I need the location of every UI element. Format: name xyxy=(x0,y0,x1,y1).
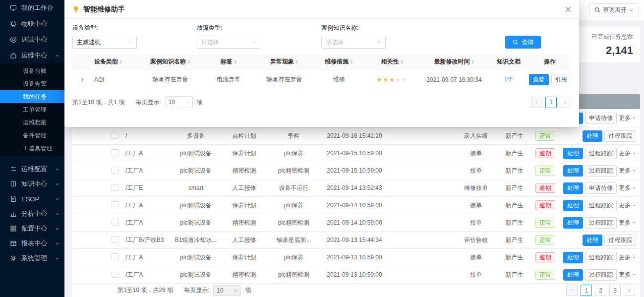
col-header-case-name[interactable]: 案例知识名称▲▼ xyxy=(139,58,201,66)
row-checkbox[interactable] xyxy=(112,201,118,208)
query-expand-button[interactable]: 查询展开 xyxy=(589,3,639,16)
row-checkbox[interactable] xyxy=(112,271,118,278)
more-dropdown[interactable]: 更多 xyxy=(619,219,636,227)
handle-button[interactable]: 处理 xyxy=(563,252,583,263)
row-checkbox[interactable] xyxy=(112,236,118,243)
handle-button[interactable]: 处理 xyxy=(563,148,583,159)
sidebar-item-report-center[interactable]: 报表中心 xyxy=(0,236,64,251)
expand-row-icon[interactable] xyxy=(80,77,85,82)
row-checkbox[interactable] xyxy=(112,219,118,226)
sidebar-subitem-my-tasks[interactable]: 我的任务 xyxy=(0,90,64,103)
handle-button[interactable]: 处理 xyxy=(563,182,583,194)
more-dropdown[interactable]: 更多 xyxy=(619,167,636,175)
close-icon[interactable] xyxy=(564,5,572,13)
filter-case-name: 案例知识名称: 请选择 xyxy=(321,24,386,49)
col-header-modified[interactable]: 最新修改时间▲▼ xyxy=(419,58,489,66)
handle-button[interactable]: 处理 xyxy=(563,200,583,211)
cell-device: plc测试设备 xyxy=(171,271,221,279)
case-name-select[interactable]: 请选择 xyxy=(321,36,386,49)
handle-button[interactable]: 处理 xyxy=(563,165,583,177)
process-track-button[interactable]: 过程跟踪 xyxy=(585,200,617,211)
process-track-button[interactable]: 过程跟踪 xyxy=(585,269,617,281)
more-dropdown[interactable]: 更多 xyxy=(619,271,636,279)
chevron-down-icon xyxy=(377,40,381,45)
cell-source: 新产生 xyxy=(498,184,530,192)
handle-button[interactable]: 处理 xyxy=(583,130,602,142)
row-checkbox[interactable] xyxy=(112,149,118,156)
sidebar-subitem-device-ledger[interactable]: 设备台账 xyxy=(0,64,64,77)
more-dropdown[interactable]: 更多 xyxy=(619,184,636,192)
search-icon xyxy=(513,39,519,45)
handle-button[interactable]: 处理 xyxy=(563,269,583,281)
col-header-abnormal[interactable]: 异常现象▲▼ xyxy=(256,58,313,66)
sidebar-item-system-management[interactable]: 系统管理 xyxy=(0,251,64,266)
apply-repair-button[interactable]: 申请待修 xyxy=(585,182,617,194)
sidebar-item-ops-config[interactable]: 运维配置 xyxy=(0,162,64,177)
per-page-select[interactable]: 10 xyxy=(165,96,193,108)
process-track-button[interactable]: 过程跟踪 xyxy=(585,148,617,159)
chevron-down-icon xyxy=(128,40,132,45)
cell-plan-type: 人工报修 xyxy=(221,236,268,244)
sidebar-item-esop[interactable]: ESOP xyxy=(0,191,64,206)
row-checkbox[interactable] xyxy=(112,132,118,139)
sidebar-item-debug-center[interactable]: 调试中心 xyxy=(0,32,64,48)
process-track-button[interactable]: 过程跟踪 xyxy=(585,165,617,177)
col-header-tag[interactable]: 标签▲▼ xyxy=(201,58,256,66)
process-track-button[interactable]: 过程跟踪 xyxy=(585,217,617,229)
row-checkbox[interactable] xyxy=(112,184,118,191)
sidebar-subitem-work-orders[interactable]: 工单管理 xyxy=(0,103,64,116)
cell-content: plc保养 xyxy=(268,253,320,262)
next-page-button[interactable] xyxy=(560,97,571,108)
cell-device: plc测试设备 xyxy=(171,219,221,227)
sidebar-item-workbench[interactable]: 我的工作台 xyxy=(0,0,64,16)
process-track-button[interactable]: 过程跟踪 xyxy=(604,130,636,142)
prev-page-button[interactable] xyxy=(531,97,542,108)
sidebar-item-analysis-center[interactable]: 分析中心 xyxy=(0,206,64,221)
prev-page-button[interactable] xyxy=(566,285,578,296)
more-dropdown[interactable]: 更多 xyxy=(619,149,636,158)
fault-type-select[interactable]: 请选择 xyxy=(197,36,261,49)
next-page-button[interactable] xyxy=(624,285,635,296)
handle-button[interactable]: 处理 xyxy=(583,235,602,246)
page-button-2[interactable]: 2 xyxy=(595,285,606,296)
col-header-measure[interactable]: 维修措施▲▼ xyxy=(313,58,365,66)
col-header-relevance[interactable]: 相关性▲▼ xyxy=(365,58,419,66)
sidebar-subitem-tools[interactable]: 工器具管理 xyxy=(0,142,64,155)
more-dropdown[interactable]: 更多 xyxy=(619,201,636,210)
process-track-button[interactable]: 过程跟踪 xyxy=(604,235,636,246)
query-button[interactable]: 查询 xyxy=(505,36,541,49)
sidebar-subitem-ops-archive[interactable]: 运维档案 xyxy=(0,116,64,129)
row-checkbox[interactable] xyxy=(112,253,118,260)
apply-repair-button[interactable]: 申请待修 xyxy=(585,113,617,124)
page-button-1[interactable]: 1 xyxy=(581,285,592,296)
col-header-operation: 操作 xyxy=(528,58,571,66)
cell-source: 新产生 xyxy=(498,149,530,158)
row-checkbox[interactable] xyxy=(112,167,118,174)
cell-time: 2021-09-13 15:44:34 xyxy=(320,237,389,243)
chevron-down-icon xyxy=(55,212,59,216)
process-track-button[interactable]: 过程跟踪 xyxy=(585,252,617,263)
cite-button[interactable]: 引用 xyxy=(551,74,571,85)
chevron-down-icon xyxy=(252,40,257,45)
cell-plan-type: 保养计划 xyxy=(221,201,268,210)
sidebar-item-iot-center[interactable]: 物联中心 xyxy=(0,16,64,32)
sidebar-item-ops-center[interactable]: 运维中心 xyxy=(0,48,64,63)
sidebar-item-knowledge-center[interactable]: 知识中心 xyxy=(0,177,64,191)
cell-step: 评价验收 xyxy=(454,236,498,244)
col-header-device-type[interactable]: 设备类型▲▼ xyxy=(92,58,139,66)
device-type-select[interactable]: 主减速机 xyxy=(72,36,137,49)
sidebar-subitem-spare-parts[interactable]: 备件管理 xyxy=(0,129,64,142)
sidebar-subitem-device-alarm[interactable]: 设备告警 xyxy=(0,77,64,90)
more-dropdown[interactable]: 更多 xyxy=(619,114,636,122)
page-button-3[interactable]: 3 xyxy=(609,285,621,296)
sidebar-item-config-center[interactable]: 配置中心 xyxy=(0,221,64,236)
cell-abnormal: 轴承存在异音 xyxy=(256,75,313,84)
page-button-1[interactable]: 1 xyxy=(545,97,557,108)
view-button[interactable]: 查看 xyxy=(529,74,549,85)
more-dropdown[interactable]: 更多 xyxy=(619,253,636,262)
handle-button[interactable]: 处理 xyxy=(563,217,583,229)
per-page-select[interactable]: 10 xyxy=(213,285,241,296)
cell-location: /工厂A xyxy=(121,167,171,175)
sort-icon: ▲▼ xyxy=(471,59,474,64)
knowledge-docs-link[interactable]: 1个 xyxy=(504,76,514,83)
